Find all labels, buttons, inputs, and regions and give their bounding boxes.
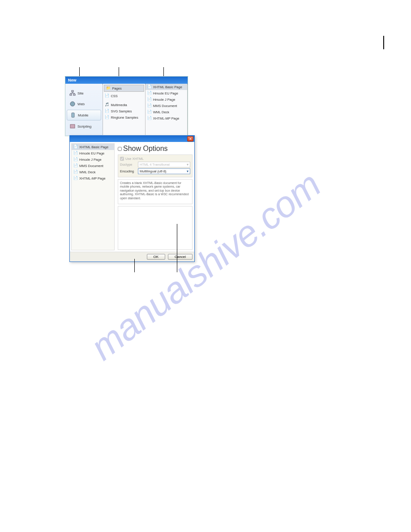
type-hmode-j[interactable]: 📄Hmode J Page	[72, 156, 114, 163]
multimedia-icon: 🎵	[105, 103, 109, 107]
description-text: Creates a blank XHTML-Basic document for…	[120, 181, 188, 200]
type-xhtml-mp[interactable]: 📄XHTML-MP Page	[72, 175, 114, 181]
nav-label: Site	[77, 91, 84, 95]
new-dialog-back: New Site Web Mobile Scripting	[65, 76, 188, 136]
doctype-label: Doctype	[120, 163, 136, 167]
back-panels: Site Web Mobile Scripting 📁Pages 📄CSS	[65, 84, 188, 136]
page-edge-marker	[383, 36, 384, 49]
cat-label: Ringtone Samples	[111, 116, 138, 120]
nav-label: Scripting	[77, 124, 91, 129]
page-icon: 📄	[147, 85, 152, 89]
nav-label: Web	[77, 102, 85, 106]
page-icon: 📄	[73, 157, 78, 162]
nav-column: Site Web Mobile Scripting	[65, 84, 103, 136]
cat-label: Pages	[112, 86, 121, 90]
category-column: 📁Pages 📄CSS 🎵Multimedia 📄SVG Samples 📄Ri…	[103, 84, 145, 136]
type-wml[interactable]: 📄WML Deck	[146, 109, 187, 115]
cat-multimedia[interactable]: 🎵Multimedia	[103, 102, 145, 108]
callout-col3	[163, 67, 164, 76]
nav-web[interactable]: Web	[67, 99, 101, 109]
wml-icon: 📄	[73, 170, 78, 174]
new-dialog-front: ✕ 📄XHTML Basic Page 📄Hmode EU Page 📄Hmod…	[69, 135, 195, 262]
type-hmode-j[interactable]: 📄Hmode J Page	[146, 96, 187, 103]
nav-label: Mobile	[78, 113, 89, 117]
preview-panel	[118, 206, 193, 250]
cat-label: SVG Samples	[111, 109, 132, 113]
encoding-label: Encoding	[120, 169, 136, 173]
title-text: New	[68, 78, 77, 82]
type-list-front: 📄XHTML Basic Page 📄Hmode EU Page 📄Hmode …	[71, 143, 115, 250]
globe-icon	[69, 101, 76, 107]
close-button[interactable]: ✕	[187, 136, 193, 142]
nav-scripting[interactable]: Scripting	[67, 121, 101, 131]
page-icon: 📄	[73, 145, 78, 149]
doc-icon: 📄	[73, 163, 78, 168]
svg-point-7	[70, 102, 75, 106]
type-xhtml-basic[interactable]: 📄XHTML Basic Page	[146, 84, 187, 90]
show-options-checkbox[interactable]	[118, 147, 122, 151]
doctype-row: Doctype HTML 4 Transitional ▾	[120, 162, 190, 167]
cat-label: CSS	[111, 94, 117, 98]
page-icon: 📄	[73, 151, 78, 155]
show-options-label: Show Options	[123, 145, 168, 153]
nav-site[interactable]: Site	[67, 88, 101, 98]
type-label: XHTML-MP Page	[79, 176, 106, 180]
type-label: Hmode J Page	[79, 158, 102, 162]
type-mms[interactable]: 📄MMS Document	[72, 163, 114, 169]
svg-rect-9	[70, 124, 75, 128]
type-hmode-eu[interactable]: 📄Hmode EU Page	[146, 90, 187, 96]
page-icon: 📄	[147, 91, 152, 95]
type-mms[interactable]: 📄MMS Document	[146, 103, 187, 109]
svg-rect-2	[73, 94, 75, 95]
doctype-value: HTML 4 Transitional	[140, 163, 170, 167]
titlebar-back: New	[65, 77, 188, 84]
nav-mobile[interactable]: Mobile	[67, 110, 101, 120]
type-label: MMS Document	[79, 164, 103, 168]
cancel-label: Cancel	[175, 255, 186, 259]
cat-ringtone[interactable]: 📄Ringtone Samples	[103, 114, 145, 120]
type-label: MMS Document	[153, 104, 177, 108]
chevron-down-icon: ▾	[187, 169, 188, 173]
page-icon: 📄	[147, 97, 152, 102]
ok-button[interactable]: OK	[147, 254, 166, 260]
encoding-value: Multilingual (utf-8)	[140, 169, 167, 173]
cat-pages[interactable]: 📁Pages	[104, 85, 144, 92]
svg-rect-8	[72, 113, 74, 117]
use-xhtml-row: Use XHTML	[120, 157, 190, 161]
callout-col1	[79, 67, 80, 76]
cancel-button[interactable]: Cancel	[168, 254, 193, 260]
doc-icon: 📄	[147, 103, 152, 108]
css-icon: 📄	[105, 94, 109, 98]
chevron-down-icon: ▾	[187, 163, 188, 167]
script-icon	[69, 123, 76, 129]
type-wml[interactable]: 📄WML Deck	[72, 169, 114, 175]
ok-label: OK	[154, 255, 159, 259]
type-label: Hmode EU Page	[153, 91, 178, 95]
type-hmode-eu[interactable]: 📄Hmode EU Page	[72, 150, 114, 156]
callout-col2	[119, 67, 119, 76]
folder-icon: 📁	[106, 86, 111, 90]
cat-svg[interactable]: 📄SVG Samples	[103, 108, 145, 114]
svg-rect-0	[72, 90, 73, 92]
wml-icon: 📄	[147, 110, 152, 114]
options-column: Show Options Use XHTML Doctype HTML 4 Tr…	[116, 142, 194, 252]
use-xhtml-label: Use XHTML	[125, 157, 144, 161]
encoding-select[interactable]: Multilingual (utf-8) ▾	[138, 168, 190, 174]
type-label: XHTML Basic Page	[153, 85, 182, 89]
cat-label: Multimedia	[111, 103, 127, 107]
cat-css[interactable]: 📄CSS	[103, 93, 145, 99]
site-icon	[69, 90, 76, 96]
description-panel: Creates a blank XHTML-Basic document for…	[118, 179, 193, 204]
show-options-row: Show Options	[118, 144, 193, 154]
type-label: Hmode J Page	[153, 98, 176, 102]
doctype-select: HTML 4 Transitional ▾	[138, 162, 190, 167]
type-label: WML Deck	[79, 170, 95, 174]
type-xhtml-mp[interactable]: 📄XHTML-MP Page	[146, 115, 187, 121]
encoding-row: Encoding Multilingual (utf-8) ▾	[120, 168, 190, 174]
titlebar-front: ✕	[70, 136, 194, 142]
type-xhtml-basic[interactable]: 📄XHTML Basic Page	[72, 144, 114, 150]
page-icon: 📄	[73, 176, 78, 180]
options-panel: Use XHTML Doctype HTML 4 Transitional ▾ …	[118, 154, 193, 177]
type-label: WML Deck	[153, 110, 169, 114]
type-label: XHTML-MP Page	[153, 116, 180, 120]
